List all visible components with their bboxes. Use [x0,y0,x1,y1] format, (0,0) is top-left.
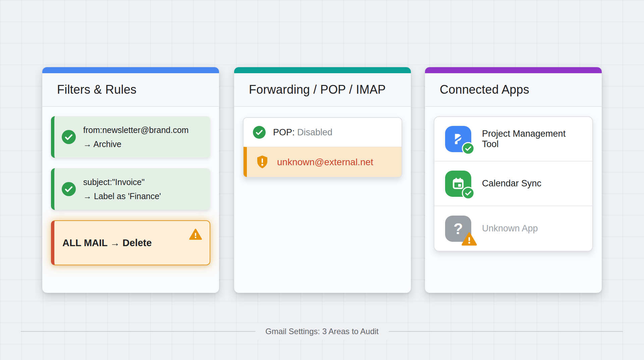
filters-accent-bar [42,67,219,73]
footer-caption: Gmail Settings: 3 Areas to Audit [255,323,389,340]
forwarding-pop-imap-card: Forwarding / POP / IMAP POP: Disabled [234,67,411,293]
pop-label: POP: [273,127,295,137]
filter-rule-text: ALL MAIL → Delete [62,236,152,250]
warning-badge-icon [461,231,477,247]
calendar-app-icon [445,171,471,197]
project-management-app-icon [445,126,471,152]
forwarding-status-box: POP: Disabled unknown@external.net [243,117,402,178]
connected-apps-list: Project Management Tool [434,116,593,252]
pop-value: Disabled [297,127,332,137]
filters-card-title: Filters & Rules [57,83,137,97]
pop-status-row: POP: Disabled [244,118,401,147]
forwarding-accent-bar [234,67,411,73]
filter-rule-delete-all-warning: ALL MAIL → Delete [51,220,210,265]
forwarding-card-header: Forwarding / POP / IMAP [234,73,411,107]
gmail-audit-infographic: Filters & Rules from:newsletter@brand.co… [0,0,644,360]
filter-rule-action: → Label as 'Finance' [83,189,161,203]
verified-badge-icon [462,142,475,155]
filter-rule-text: from:newsletter@brand.com → Archive [83,123,189,151]
forwarding-address-warning-row: unknown@external.net [244,147,401,177]
filter-rule-text: subject:"Invoice" → Label as 'Finance' [83,175,161,203]
warning-triangle-icon [189,228,202,241]
filters-card-header: Filters & Rules [42,73,219,107]
forwarding-address: unknown@external.net [277,157,373,168]
check-circle-icon [62,182,76,196]
check-circle-icon [253,126,266,139]
app-name: Unknown App [482,223,538,234]
connected-apps-card: Connected Apps Project Manag [425,67,602,293]
filters-rules-card: Filters & Rules from:newsletter@brand.co… [42,67,219,293]
app-row-calendar-sync: Calendar Sync [434,162,592,206]
pop-status-text: POP: Disabled [273,127,332,138]
filter-rule-newsletter: from:newsletter@brand.com → Archive [51,116,210,158]
check-circle-icon [62,130,76,144]
question-mark-app-icon: ? [445,216,471,242]
app-name: Project Management Tool [482,129,582,149]
app-row-unknown-app: ? Unknown App [434,206,592,251]
filter-rule-invoice: subject:"Invoice" → Label as 'Finance' [51,168,210,210]
filter-rule-action: → Archive [83,137,189,151]
forwarding-card-body: POP: Disabled unknown@external.net [234,107,411,187]
apps-card-header: Connected Apps [425,73,602,107]
app-name: Calendar Sync [482,178,541,189]
warning-shield-icon [256,155,269,170]
filter-rule-condition: from:newsletter@brand.com [83,123,189,137]
filters-card-body: from:newsletter@brand.com → Archive subj… [42,107,219,285]
app-row-project-management: Project Management Tool [434,117,592,162]
apps-card-body: Project Management Tool [425,107,602,261]
forwarding-card-title: Forwarding / POP / IMAP [249,83,386,97]
filter-rule-condition: subject:"Invoice" [83,175,161,189]
apps-card-title: Connected Apps [440,83,529,97]
verified-badge-icon [462,187,475,199]
apps-accent-bar [425,67,602,73]
